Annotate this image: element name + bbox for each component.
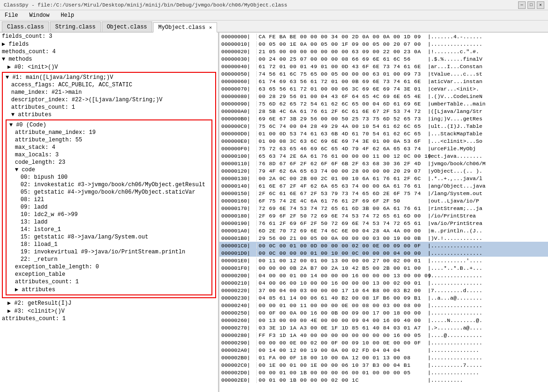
- hex-line: 00000220|37 00 04 00 03 00 00 00 17 10 6…: [219, 287, 548, 294]
- hex-address: 00000000|: [219, 34, 257, 40]
- hex-address: 00000130|: [219, 175, 257, 182]
- hex-bytes: 00 28 29 56 01 00 04 43 6F 64 65 4C 69 6…: [257, 93, 425, 99]
- attributes-count-2: attributes_count: 1: [7, 278, 211, 286]
- attr-name-index: attribute_name_index: 19: [7, 129, 211, 136]
- hex-address: 00000140|: [219, 183, 257, 189]
- methods-count: methods_count: 4: [0, 48, 218, 56]
- op-19[interactable]: 19: invokevirtual #9->java/io/PrintStrea…: [7, 248, 211, 256]
- hex-bytes: 00 0C 00 01 00 0D 00 00 00 02 00 0E 00 0…: [257, 243, 425, 249]
- method-1-label[interactable]: ▼ #1: main([Ljava/lang/String;)V: [4, 74, 214, 81]
- fields-node[interactable]: ▶ fields: [0, 40, 218, 48]
- menu-window[interactable]: Window: [27, 11, 52, 20]
- minimize-button[interactable]: ─: [518, 1, 526, 9]
- hex-address: 000001F0|: [219, 265, 257, 271]
- hex-bytes: 61 6E 67 2F 4F 62 6A 65 63 74 00 00 6A 6…: [257, 183, 425, 189]
- hex-ascii: |!........c.".#.: [426, 49, 548, 55]
- hex-address: 00000270|: [219, 325, 257, 331]
- hex-address: 00000070|: [219, 86, 257, 92]
- methods-node[interactable]: ▼ methods: [0, 56, 218, 63]
- op-10[interactable]: 10: ldc2_w #6->99: [7, 211, 211, 218]
- method-3[interactable]: ▶ #3: <clinit>()V: [0, 307, 218, 315]
- hex-address: 00000290|: [219, 340, 257, 346]
- hex-ascii: |.()V...CodeLineN: [426, 93, 548, 99]
- tab-string[interactable]: String.class: [50, 21, 100, 32]
- hex-line: 00000280|FF F3 1D 1A 40 00 00 00 00 00 0…: [219, 331, 548, 339]
- hex-ascii: |ar...I...Constan: [426, 63, 548, 70]
- hex-address: 00000110|: [219, 161, 257, 167]
- hex-bytes: 00 13 00 00 00 4E 00 00 00 09 04 00 16 0…: [257, 317, 425, 323]
- hex-bytes: 75 6D 62 65 72 54 61 62 6C 65 00 04 6D 6…: [257, 101, 425, 107]
- exception-table-length: exception_table_length: 0: [7, 263, 211, 271]
- hex-bytes: 74 56 61 6C 75 65 00 05 00 00 00 63 01 0…: [257, 71, 425, 77]
- hex-ascii: |...............: [426, 347, 548, 353]
- hex-address: 00000260|: [219, 317, 257, 323]
- menu-help[interactable]: Help: [58, 11, 77, 20]
- hex-ascii: |jvmgo/book/ch06/M: [426, 161, 548, 167]
- op-05[interactable]: 05: getstatic #4->jvmgo/book/ch06/MyObje…: [7, 189, 211, 196]
- attr-length: attribute_length: 55: [7, 136, 211, 144]
- hex-address: 00000150|: [219, 190, 257, 196]
- hex-ascii: |................: [426, 302, 548, 308]
- tab-object[interactable]: Object.class: [102, 21, 152, 32]
- hex-address: 00000010|: [219, 41, 257, 47]
- hex-address: 00000180|: [219, 213, 257, 219]
- hex-line: 000000D0|01 00 0D 53 74 61 63 6B 4D 61 7…: [219, 130, 548, 137]
- hex-bytes: 69 6E 67 3B 29 56 00 00 50 25 73 75 6D 5…: [257, 116, 425, 122]
- hex-address: 000002E0|: [219, 377, 257, 383]
- method-1-attributes[interactable]: ▼ attributes: [4, 111, 214, 119]
- code-node[interactable]: ▼ code: [7, 166, 211, 174]
- hex-bytes: 76 61 2F 69 6F 2F 50 72 69 6E 74 53 74 7…: [257, 220, 425, 226]
- menu-file[interactable]: File: [2, 11, 21, 20]
- hex-line: 00000170|72 69 6E 74 53 74 72 65 61 6D 3…: [219, 204, 548, 212]
- tab-myobject[interactable]: MyObject.class ✕: [153, 22, 217, 33]
- exception-table: exception_table: [7, 271, 211, 278]
- hex-bytes: 61 72 01 00 01 49 01 00 0D 43 6F 6E 73 7…: [257, 63, 425, 70]
- left-panel: fields_count: 3 ▶ fields methods_count: …: [0, 33, 219, 392]
- hex-bytes: 01 00 0D 53 74 61 63 6B 4D 61 70 54 61 6…: [257, 131, 425, 137]
- hex-line: 00000210|04 00 06 00 10 00 00 16 00 00 0…: [219, 279, 548, 287]
- hex-bytes: 2F 6C 61 6E 67 2F 53 79 73 74 65 6D 2E 6…: [257, 190, 425, 196]
- hex-bytes: FF F3 1D 1A 40 00 00 00 00 00 00 00 00 1…: [257, 332, 425, 338]
- hex-bytes: 65 63 74 2E 6A 61 76 61 00 00 00 11 00 1…: [257, 153, 425, 159]
- method-2[interactable]: ▶ #2: getResult(I)J: [0, 299, 218, 307]
- main-layout: fields_count: 3 ▶ fields methods_count: …: [0, 33, 548, 392]
- hex-bytes: 01 00 08 3C 63 6C 69 6E 69 74 3E 01 00 0…: [257, 138, 425, 144]
- code-attr-node[interactable]: ▼ #0 (Code): [7, 121, 211, 129]
- hex-bytes: CA FE BA BE 00 00 00 34 00 2D 0A 00 0A 0…: [257, 34, 425, 40]
- hex-line: 000002E0|00 01 00 1B 00 00 00 02 00 1C|.…: [219, 376, 548, 384]
- maximize-button[interactable]: □: [527, 1, 535, 9]
- close-button[interactable]: ✕: [537, 1, 544, 9]
- method-0[interactable]: ▶ #0: <init>()V: [0, 63, 218, 71]
- hex-address: 000001D0|: [219, 250, 257, 256]
- hex-bytes: 00 00 00 0B 2A B7 00 2A 10 42 B5 00 2B 0…: [257, 265, 425, 271]
- hex-ascii: |................: [426, 355, 548, 361]
- hex-line: 00000110|76 8D 67 6F 2F 62 6F 6F 6B 2F 6…: [219, 160, 548, 167]
- hex-ascii: |...<clinit>...So: [426, 138, 548, 144]
- hex-line: 00000010|00 05 00 1E 0A 00 05 00 1F 09 0…: [219, 40, 548, 48]
- hex-ascii: |aticVar...instan: [426, 78, 548, 84]
- tab-class[interactable]: Class.class: [2, 21, 49, 32]
- hex-ascii: |.......4.-......: [426, 34, 548, 40]
- method-1-name-index: name_index: #21->main: [4, 89, 214, 96]
- hex-line: 000002D0|00 00 01 00 1B 00 00 00 06 00 0…: [219, 369, 548, 376]
- hex-ascii: |..........: [426, 377, 548, 383]
- op-15[interactable]: 15: getstatic #8->java/lang/System.out: [7, 233, 211, 241]
- hex-address: 000001C0|: [219, 243, 257, 249]
- tab-close-icon[interactable]: ✕: [209, 25, 212, 30]
- hex-bytes: 00 14 00 12 00 19 00 0A 00 02 FD 04 04 0…: [257, 347, 425, 353]
- hex-bytes: 00 00 00 0E 00 02 00 0F 00 09 10 00 0E 0…: [257, 340, 425, 346]
- hex-ascii: |)V.!............: [426, 235, 548, 241]
- hex-address: 000002C0|: [219, 362, 257, 368]
- hex-line: 00000190|76 61 2F 69 6F 2F 50 72 69 6E 7…: [219, 219, 548, 227]
- hex-line: 00000160|6F 75 74 2E 4C 6A 61 76 61 2F 6…: [219, 197, 548, 204]
- right-panel[interactable]: 00000000|CA FE BA BE 00 00 00 34 00 2D 0…: [219, 33, 548, 392]
- title-bar: ClassSpy - file:/C:/Users/Mirul/Desktop/…: [0, 0, 548, 10]
- op-02[interactable]: 02: invokestatic #3->jvmgo/book/ch06/MyO…: [7, 181, 211, 189]
- hex-line: 00000040|61 72 01 00 01 49 01 00 0D 43 6…: [219, 63, 548, 70]
- hex-ascii: |................: [426, 280, 548, 286]
- hex-line: 00000260|00 13 00 00 00 4E 00 00 00 09 0…: [219, 316, 548, 324]
- hex-bytes: 63 65 56 61 72 01 00 00 06 3C 69 6E 69 7…: [257, 86, 425, 92]
- hex-bytes: 76 8D 67 6F 2F 62 6F 6F 6B 2F 63 68 30 3…: [257, 161, 425, 167]
- hex-address: 00000080|: [219, 93, 257, 99]
- attributes-node-2[interactable]: ▶ attributes: [7, 286, 211, 294]
